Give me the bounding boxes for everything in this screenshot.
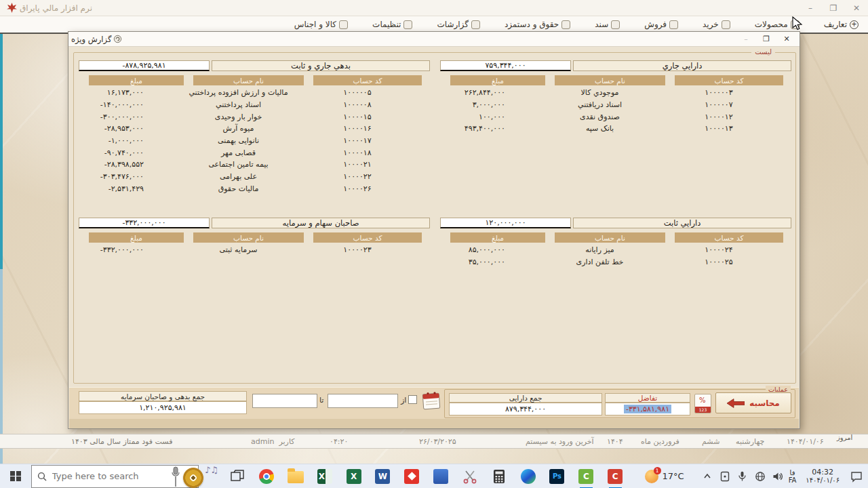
difference-value: -۳۳۱,۵۸۱,۹۸۱ [605, 403, 690, 415]
cell-code: ۱۰۰۰۰۱۶ [303, 124, 412, 133]
calendar-icon[interactable] [421, 390, 441, 410]
taskbar-search[interactable]: ♪♫ [31, 465, 199, 488]
cell-code: ۱۰۰۰۰۱۸ [303, 148, 412, 157]
cell-amount: -۹۰,۷۴۰,۰۰۰ [79, 148, 174, 157]
menu-label: محصولات [755, 20, 788, 29]
start-button[interactable] [0, 464, 31, 488]
excel-2-button[interactable]: X [339, 464, 368, 488]
red-diamond-app-button[interactable] [397, 464, 427, 488]
language-indicator[interactable]: فا FA [789, 469, 797, 484]
cell-name: اسناد پرداختني [183, 100, 294, 109]
header-name: نام حساب [555, 232, 665, 243]
search-input[interactable] [52, 471, 154, 481]
camtasia-recorder-button[interactable]: C [601, 464, 630, 488]
menu-label: گزارشات [437, 20, 468, 29]
table-row: ۸۵,۰۰۰,۰۰۰میز رایانه۱۰۰۰۰۲۴ [440, 244, 791, 256]
cell-amount: -۱۴۰,۰۰۰,۰۰۰ [79, 100, 174, 109]
chrome-button[interactable] [252, 464, 281, 488]
date-to-input[interactable] [252, 394, 317, 408]
menu-item-sales[interactable]: فروش [644, 20, 678, 29]
menu-item-definitions[interactable]: + تعاریف [824, 20, 859, 29]
cd-microphone-decoration: ♪♫ [165, 466, 218, 488]
cell-name: قصابی مهر [183, 148, 294, 157]
menu-item-purchase[interactable]: خرید [703, 20, 730, 29]
mouse-cursor [792, 16, 803, 31]
app-close-button[interactable]: ✕ [845, 0, 868, 16]
dialog-app-icon [113, 35, 122, 43]
photoshop-button[interactable]: Ps [542, 464, 572, 488]
cell-code: ۱۰۰۰۰۰۷ [665, 100, 773, 109]
table-rows: -۳۳۲,۰۰۰,۰۰۰سرمایه ثبتی۱۰۰۰۰۲۳ [79, 244, 430, 256]
word-icon: W [375, 469, 390, 484]
cell-name: میز رایانه [545, 245, 655, 254]
table-row: -۲۸,۹۵۳,۰۰۰میوه آرش۱۰۰۰۰۱۶ [79, 123, 430, 135]
weather-widget[interactable]: 1 17°C [645, 470, 684, 483]
table-row: -۲۸,۳۹۸,۵۵۲بیمه تامین اجتماعی۱۰۰۰۰۲۱ [79, 159, 430, 171]
action-center-button[interactable] [845, 464, 868, 488]
current-assets-table: ۷۵۹,۳۴۴,۰۰۰ دارايي جاري مبلغ نام حساب کد… [440, 60, 791, 135]
table-rows: ۸۵,۰۰۰,۰۰۰میز رایانه۱۰۰۰۰۲۴۳۵,۰۰۰,۰۰۰خط … [440, 244, 791, 268]
current-user: کاربر admin [251, 437, 295, 446]
tray-device-icon[interactable] [718, 469, 732, 484]
special-report-dialog: گزارش ویژه – ❐ ✕ لیست -۸۷۸,۹۲۵,۹۸۱ بدهي … [68, 31, 800, 429]
red-diamond-icon [404, 469, 419, 484]
chrome-icon [259, 469, 274, 484]
cell-code: ۱۰۰۰۰۱۵ [303, 113, 412, 121]
goods-icon [339, 20, 348, 29]
cell-amount: -۲,۵۳۱,۴۲۹ [79, 184, 174, 193]
file-explorer-button[interactable] [281, 464, 311, 488]
cell-amount: ۳۵,۰۰۰,۰۰۰ [440, 258, 535, 266]
dialog-close-button[interactable]: ✕ [776, 33, 797, 46]
payroll-icon [561, 20, 570, 29]
snipping-tool-button[interactable] [456, 464, 485, 488]
table-row: ۴۹۳,۴۰۰,۰۰۰بانک سپه۱۰۰۰۰۱۳ [440, 123, 791, 135]
table-row: ۱۶,۱۷۳,۰۰۰مالیات و ارزش افزوده پرداختني۱… [79, 87, 430, 99]
equity-table: -۳۳۲,۰۰۰,۰۰۰ صاحبان سهام و سرمایه مبلغ ن… [79, 218, 430, 256]
menu-item-voucher[interactable]: سند [595, 20, 620, 29]
menu-item-settings[interactable]: تنظیمات [372, 20, 412, 29]
search-icon [37, 472, 47, 481]
calculator-button[interactable] [484, 464, 513, 488]
today-date: ۱۴۰۴/۰۱/۰۶ [787, 437, 824, 446]
cell-code: ۱۰۰۰۰۰۵ [303, 88, 412, 97]
system-tray [701, 469, 785, 484]
word-button[interactable]: W [368, 464, 397, 488]
dialog-titlebar[interactable]: گزارش ویژه – ❐ ✕ [68, 32, 800, 47]
excel-button[interactable]: X [310, 464, 339, 488]
calculate-button[interactable]: محاسبه [715, 392, 791, 413]
dialog-maximize-button[interactable]: ❐ [756, 33, 776, 46]
blue-app-button[interactable] [427, 464, 456, 488]
tray-volume-icon[interactable] [771, 469, 785, 484]
today-label: امروز [837, 434, 852, 441]
windows-taskbar: ♪♫ X X W [0, 464, 868, 488]
date-from-input[interactable] [328, 394, 398, 408]
date-filter-checkbox[interactable] [408, 395, 417, 404]
header-name: نام حساب [555, 75, 665, 85]
menu-item-payroll[interactable]: حقوق و دستمزد [505, 20, 570, 29]
app-maximize-button[interactable]: ❐ [822, 0, 845, 16]
edge-button[interactable] [513, 464, 542, 488]
camtasia-button[interactable]: C [572, 464, 601, 488]
menu-item-goods[interactable]: کالا و اجناس [294, 20, 348, 29]
sum-assets-label: جمع دارایی [449, 393, 602, 403]
voucher-icon [611, 20, 620, 29]
table-row: ۲۶۲,۸۴۴,۰۰۰موجودي کالا۱۰۰۰۰۰۳ [440, 87, 791, 99]
calculator-doc-icon: % 123 [694, 394, 711, 413]
taskbar-clock[interactable]: 04:32 ۱۴۰۴/۰۱/۰۶ [806, 468, 840, 485]
menu-item-reports[interactable]: گزارشات [437, 20, 479, 29]
clock-time: 04:32 [806, 468, 840, 476]
header-code: کد حساب [675, 232, 783, 243]
tray-microphone-icon[interactable] [736, 469, 749, 484]
dialog-minimize-button[interactable]: – [736, 33, 756, 46]
header-amount: مبلغ [450, 232, 545, 243]
table-header: مبلغ نام حساب کد حساب [440, 232, 791, 243]
list-groupbox-label: لیست [751, 48, 775, 56]
tray-network-globe-icon[interactable] [753, 469, 767, 484]
task-view-button[interactable] [223, 464, 252, 488]
edge-icon [521, 469, 536, 484]
app-minimize-button[interactable]: – [799, 0, 822, 16]
header-code: کد حساب [313, 75, 422, 85]
cell-code: ۱۰۰۰۰۲۳ [303, 245, 412, 254]
fixed-assets-table: ۱۲۰,۰۰۰,۰۰۰ دارايي ثابت مبلغ نام حساب کد… [440, 218, 791, 268]
tray-expand-chevron[interactable] [701, 469, 714, 484]
